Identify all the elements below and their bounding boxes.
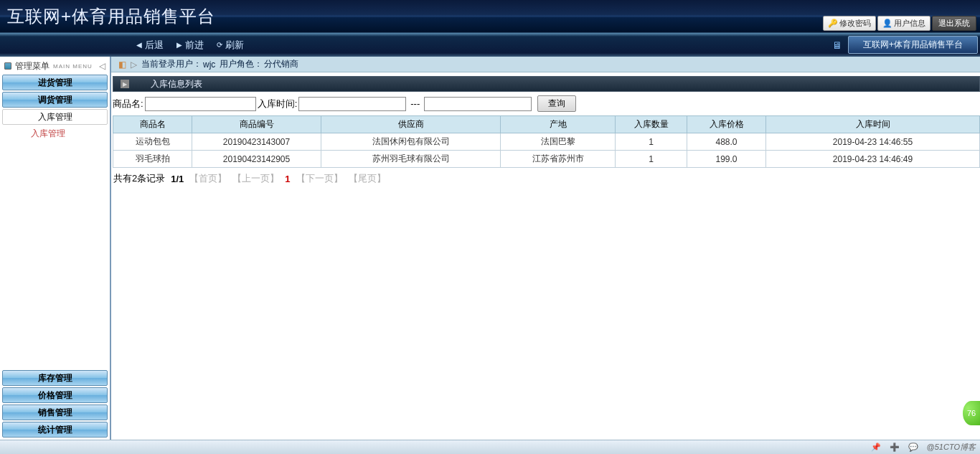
table-cell: 2019-04-23 14:46:55 [766, 133, 980, 151]
sidebar-item-sales[interactable]: 销售管理 [2, 405, 108, 420]
key-icon: 🔑 [828, 19, 838, 28]
sidebar-item-inbound[interactable]: 入库管理 [2, 109, 108, 125]
login-prefix: 当前登录用户： [141, 58, 202, 70]
table-header-row: 商品名 商品编号 供应商 产地 入库数量 入库价格 入库时间 [113, 116, 980, 133]
table-cell: 2019-04-23 14:46:49 [766, 151, 980, 168]
pagination: 共有2条记录 1/1 【首页】 【上一页】 1 【下一页】 【尾页】 [111, 168, 980, 189]
col-origin: 产地 [501, 116, 616, 133]
login-user: wjc [203, 60, 215, 70]
pagination-last[interactable]: 【尾页】 [349, 172, 386, 185]
exit-label: 退出系统 [938, 18, 970, 29]
pagination-next[interactable]: 【下一页】 [296, 172, 343, 185]
search-button[interactable]: 查询 [537, 95, 576, 112]
back-label: 后退 [145, 39, 164, 52]
pagination-first[interactable]: 【首页】 [189, 172, 227, 185]
table-cell: 20190423143007 [192, 133, 321, 151]
change-password-label: 修改密码 [839, 18, 871, 29]
app-header: 互联网+体育用品销售平台 🔑 修改密码 👤 用户信息 退出系统 [0, 0, 980, 32]
footer-watermark: @51CTO博客 [927, 442, 976, 453]
arrow-right-icon: ▶ [176, 41, 182, 49]
expand-icon[interactable]: ▷ [131, 60, 137, 70]
toolbar: ◀ 后退 ▶ 前进 ⟳ 刷新 🖥 互联网+体育用品销售平台 [0, 32, 980, 57]
table-cell: 法国休闲包有限公司 [321, 133, 501, 151]
col-supplier: 供应商 [321, 116, 501, 133]
plus-icon[interactable]: ➕ [890, 443, 900, 452]
info-bar: ◧ ▷ 当前登录用户： wjc 用户角色： 分代销商 [111, 57, 980, 72]
pagination-current: 1 [285, 174, 290, 184]
user-info-button[interactable]: 👤 用户信息 [877, 16, 930, 31]
main-content: ◧ ▷ 当前登录用户： wjc 用户角色： 分代销商 ▶ 入库信息列表 商品名:… [111, 57, 980, 440]
col-time: 入库时间 [766, 116, 980, 133]
user-icon: 👤 [882, 19, 892, 28]
speak-icon[interactable]: 💬 [908, 443, 918, 452]
sidebar-title: 管理菜单 [15, 60, 50, 72]
sidebar-item-price[interactable]: 价格管理 [2, 387, 108, 403]
sidebar: 管理菜单 MAIN MENU ◁ 进货管理 调货管理 入库管理 入库管理 库存管… [0, 57, 111, 440]
pagination-pages: 1/1 [171, 174, 184, 184]
sidebar-subitem-inbound[interactable]: 入库管理 [2, 125, 108, 143]
pagination-summary: 共有2条记录 [113, 172, 165, 185]
table-cell: 1 [616, 151, 687, 168]
table-cell: 苏州羽毛球有限公司 [321, 151, 501, 168]
toolbar-right: 🖥 互联网+体育用品销售平台 [832, 36, 978, 54]
role-prefix: 用户角色： [220, 58, 263, 70]
forward-label: 前进 [185, 39, 204, 52]
refresh-button[interactable]: ⟳ 刷新 [217, 39, 244, 52]
main-tab[interactable]: 互联网+体育用品销售平台 [848, 36, 978, 54]
table-cell: 运动包包 [113, 133, 192, 151]
sidebar-header: 管理菜单 MAIN MENU ◁ [2, 59, 108, 73]
sidebar-item-transfer[interactable]: 调货管理 [2, 92, 108, 108]
sidebar-subtitle: MAIN MENU [53, 63, 93, 70]
col-name: 商品名 [113, 116, 192, 133]
back-button[interactable]: ◀ 后退 [136, 39, 164, 52]
change-password-button[interactable]: 🔑 修改密码 [823, 16, 876, 31]
table-row[interactable]: 羽毛球拍20190423142905苏州羽毛球有限公司江苏省苏州市1199.02… [113, 151, 980, 168]
table-cell: 199.0 [687, 151, 766, 168]
role-value: 分代销商 [264, 58, 298, 70]
sidebar-item-stock[interactable]: 库存管理 [2, 370, 108, 386]
side-badge[interactable]: 76 [963, 401, 980, 425]
search-label-time: 入库时间: [258, 98, 298, 110]
table-cell: 488.0 [687, 133, 766, 151]
search-label-name: 商品名: [113, 98, 143, 110]
forward-button[interactable]: ▶ 前进 [176, 39, 204, 52]
refresh-icon: ⟳ [217, 41, 222, 49]
search-separator: --- [407, 98, 423, 109]
stop-icon: ◧ [118, 60, 126, 70]
table-cell: 江苏省苏州市 [501, 151, 616, 168]
table-cell: 1 [616, 133, 687, 151]
refresh-label: 刷新 [225, 39, 244, 52]
col-code: 商品编号 [192, 116, 321, 133]
section-header: ▶ 入库信息列表 [113, 76, 980, 92]
play-icon: ▶ [121, 80, 129, 88]
menu-icon [4, 62, 11, 70]
sidebar-item-stats[interactable]: 统计管理 [2, 422, 108, 438]
search-time-to-input[interactable] [424, 97, 532, 111]
pagination-prev[interactable]: 【上一页】 [232, 172, 279, 185]
monitor-icon: 🖥 [832, 39, 842, 51]
col-price: 入库价格 [687, 116, 766, 133]
app-title: 互联网+体育用品销售平台 [7, 5, 215, 28]
table-cell: 羽毛球拍 [113, 151, 192, 168]
search-name-input[interactable] [145, 97, 256, 111]
footer: 📌 ➕ 💬 @51CTO博客 [0, 440, 980, 454]
col-qty: 入库数量 [616, 116, 687, 133]
user-info-label: 用户信息 [894, 18, 925, 29]
arrow-left-icon: ◀ [136, 41, 142, 49]
search-time-from-input[interactable] [298, 97, 406, 111]
data-table: 商品名 商品编号 供应商 产地 入库数量 入库价格 入库时间 运动包包20190… [113, 115, 980, 168]
search-bar: 商品名: 入库时间: --- 查询 [111, 92, 980, 115]
header-button-group: 🔑 修改密码 👤 用户信息 退出系统 [823, 16, 976, 31]
table-row[interactable]: 运动包包20190423143007法国休闲包有限公司法国巴黎1488.0201… [113, 133, 980, 151]
collapse-icon[interactable]: ◁ [99, 61, 105, 71]
sidebar-item-purchase[interactable]: 进货管理 [2, 75, 108, 90]
section-title: 入库信息列表 [151, 78, 202, 90]
exit-button[interactable]: 退出系统 [932, 16, 976, 31]
table-cell: 法国巴黎 [501, 133, 616, 151]
pin-icon[interactable]: 📌 [871, 443, 881, 452]
table-cell: 20190423142905 [192, 151, 321, 168]
